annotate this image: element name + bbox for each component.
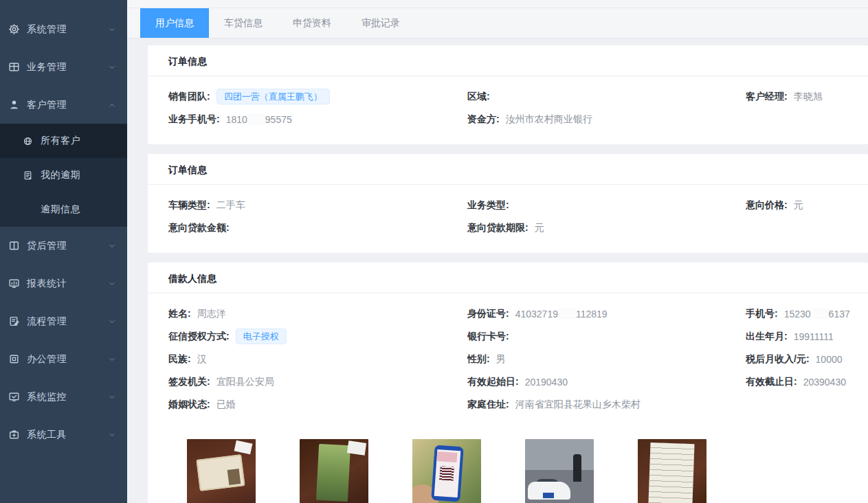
field-value: 10000 [816, 354, 843, 365]
field-label: 车辆类型: [168, 199, 210, 212]
field-bank-card: 银行卡号: [467, 325, 746, 348]
field-name: 姓名: 周志洋 [168, 302, 467, 325]
field-value: 汝州市农村商业银行 [506, 113, 592, 126]
photo-person-with-car-thumbnail[interactable] [525, 439, 594, 503]
clipboard-edit-icon [8, 315, 20, 327]
tab-approval-records[interactable]: 审批记录 [346, 8, 415, 38]
chevron-up-icon [108, 101, 116, 109]
tab-car-loan-info[interactable]: 车贷信息 [209, 8, 278, 38]
photo-item: 人车合影 [525, 439, 594, 503]
field-label: 手机号: [746, 308, 778, 320]
field-valid-to: 有效截止日: 20390430 [746, 370, 857, 393]
phone-suffix: 6137 [829, 309, 850, 320]
photo-id-card-thumbnail[interactable] [187, 439, 256, 503]
field-label: 身份证号: [467, 308, 509, 320]
photo-item: 本人照 [187, 439, 256, 503]
monitor-chart-icon [8, 278, 20, 289]
field-value: 二手车 [216, 199, 245, 212]
field-label: 出生年月: [746, 331, 788, 343]
globe-icon [23, 136, 33, 146]
field-gender: 性别: 男 [467, 348, 746, 370]
field-home-address: 家庭住址: 河南省宜阳县花果山乡木柴村 [467, 393, 746, 416]
sidebar-item-label: 客户管理 [27, 99, 108, 111]
photo-license-booklet-thumbnail[interactable] [300, 439, 368, 503]
field-label: 业务类型: [467, 199, 509, 212]
photo-strip: 本人照 驾驶证照片 征信授权 人车合影 [148, 429, 868, 503]
field-label: 意向贷款期限: [467, 222, 528, 234]
sales-team-tag[interactable]: 四团一营（直属王鹏飞） [216, 89, 330, 105]
field-sales-team: 销售团队: 四团一营（直属王鹏飞） [168, 85, 467, 108]
field-issuing-authority: 签发机关: 宜阳县公安局 [168, 370, 467, 393]
sidebar-item-overdue-info[interactable]: 逾期信息 [0, 192, 127, 227]
field-value: 宜阳县公安局 [216, 376, 274, 388]
field-id-number: 身份证号: 41032719112819 [467, 302, 746, 325]
chevron-down-icon [108, 393, 116, 401]
credit-auth-tag[interactable]: 电子授权 [236, 328, 287, 345]
field-business-phone: 业务手机号: 181095575 [168, 108, 467, 131]
field-label: 区域: [467, 91, 490, 103]
sidebar-item-customer-management[interactable]: 客户管理 [0, 86, 127, 124]
sidebar-item-report-statistics[interactable]: 报表统计 [0, 265, 127, 302]
field-label: 意向贷款金额: [168, 222, 230, 234]
photo-phone-qr-thumbnail[interactable] [412, 439, 481, 503]
customer-management-submenu: 所有客户 我的逾期 逾期信息 [0, 124, 127, 227]
sidebar-item-process-management[interactable]: 流程管理 [0, 302, 127, 340]
sidebar-nav: 系统管理 业务管理 客户管理 所有客户 [0, 0, 127, 454]
photo-item: 征信授权 [412, 439, 481, 503]
field-label: 税后月收入/元: [746, 353, 810, 366]
sidebar-item-label: 报表统计 [27, 278, 108, 290]
field-value: 河南省宜阳县花果山乡木柴村 [515, 399, 641, 411]
document-icon [23, 170, 33, 181]
sidebar-item-system-tools[interactable]: 系统工具 [0, 416, 127, 454]
field-grid: 车辆类型: 二手车 业务类型: 意向价格: 元 意向贷款金额: 意向贷款期限: … [148, 185, 868, 253]
field-grid: 销售团队: 四团一营（直属王鹏飞） 区域: 客户经理: 李晓旭 业务手机号: 1… [148, 76, 868, 144]
sidebar-item-my-overdue[interactable]: 我的逾期 [0, 158, 127, 192]
phone-suffix: 95575 [265, 114, 292, 125]
field-intent-price: 意向价格: 元 [746, 194, 857, 216]
field-credit-auth: 征信授权方式: 电子授权 [168, 325, 467, 348]
sidebar-item-all-customers[interactable]: 所有客户 [0, 124, 127, 158]
chevron-down-icon [108, 25, 116, 34]
id-prefix: 41032719 [515, 309, 558, 320]
field-value: 20190430 [525, 377, 568, 388]
sidebar-item-system-monitoring[interactable]: 系统监控 [0, 378, 127, 416]
field-marital-status: 婚姻状态: 已婚 [168, 393, 467, 416]
sidebar-item-label: 办公管理 [27, 353, 108, 366]
field-value: 周志洋 [197, 308, 226, 320]
tab-user-info[interactable]: 用户信息 [140, 8, 209, 38]
monitor-check-icon [8, 391, 20, 403]
borrower-info-card: 借款人信息 姓名: 周志洋 身份证号: 41032719112819 手机号: … [148, 262, 868, 503]
sidebar: 系统管理 业务管理 客户管理 所有客户 [0, 0, 127, 503]
sidebar-item-label: 业务管理 [27, 61, 108, 74]
card-title: 订单信息 [148, 154, 868, 185]
field-funder: 资金方: 汝州市农村商业银行 [467, 108, 746, 131]
field-label: 有效截止日: [746, 376, 797, 388]
chevron-down-icon [108, 63, 116, 71]
sidebar-item-system-management[interactable]: 系统管理 [0, 10, 127, 48]
sidebar-item-label: 系统工具 [27, 429, 108, 441]
field-label: 有效起始日: [467, 376, 519, 388]
sidebar-item-post-loan-management[interactable]: 贷后管理 [0, 227, 127, 265]
field-value: 181095575 [226, 114, 292, 125]
field-value: 李晓旭 [794, 91, 823, 103]
field-label: 意向价格: [746, 199, 788, 212]
field-label: 家庭住址: [467, 399, 509, 411]
field-valid-from: 有效起始日: 20190430 [467, 370, 746, 393]
redacted-digits [247, 115, 265, 124]
field-region: 区域: [467, 85, 746, 108]
phone-prefix: 15230 [784, 309, 811, 320]
chevron-down-icon [108, 242, 116, 250]
field-loan-amount: 意向贷款金额: [168, 216, 467, 239]
sidebar-item-business-management[interactable]: 业务管理 [0, 48, 127, 86]
tab-loan-application-docs[interactable]: 申贷资料 [278, 8, 346, 38]
field-value: 152306137 [784, 309, 850, 320]
chevron-down-icon [108, 355, 116, 364]
field-label: 业务手机号: [168, 113, 220, 126]
sidebar-item-label: 贷后管理 [27, 240, 108, 252]
field-customer-manager: 客户经理: 李晓旭 [746, 85, 857, 108]
sidebar-item-label: 系统管理 [27, 23, 108, 36]
sidebar-item-office-management[interactable]: 办公管理 [0, 340, 127, 378]
book-icon [8, 240, 20, 252]
photo-handwritten-document-thumbnail[interactable] [638, 439, 706, 503]
square-icon [8, 353, 20, 365]
